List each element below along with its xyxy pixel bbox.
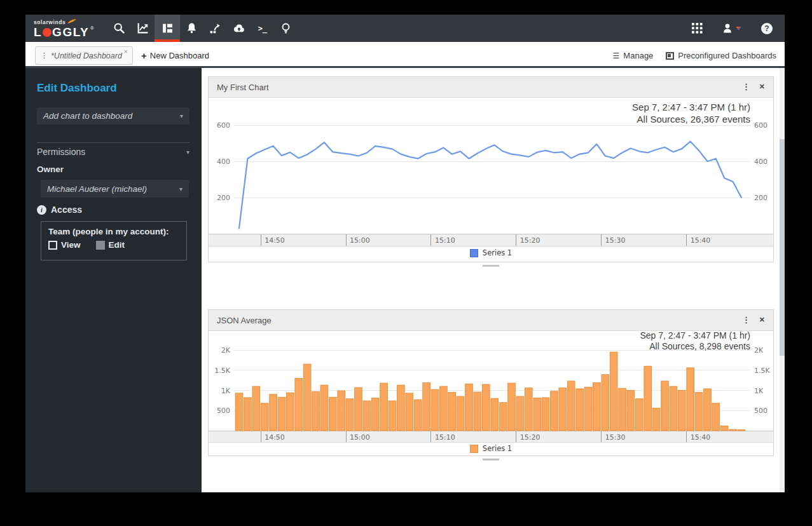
owner-dropdown[interactable]: Michael Auderer (michael) ▾ bbox=[41, 180, 189, 198]
screen: solarwinds L GGLY ® bbox=[0, 0, 812, 526]
resize-handle[interactable] bbox=[483, 265, 499, 267]
add-chart-dropdown-value: Add chart to dashboard bbox=[43, 111, 132, 121]
nav-dashboards[interactable] bbox=[155, 15, 180, 42]
view-checkbox-label: View bbox=[61, 240, 81, 250]
legend-swatch bbox=[470, 445, 478, 453]
svg-text:15:00: 15:00 bbox=[350, 433, 370, 442]
svg-text:200: 200 bbox=[217, 194, 230, 202]
edit-sidebar: Edit Dashboard Add chart to dashboard ▾ … bbox=[25, 68, 202, 492]
owner-label: Owner bbox=[37, 165, 64, 174]
lightbulb-icon bbox=[280, 22, 292, 34]
solarwinds-swoosh-icon bbox=[67, 18, 77, 25]
edit-checkbox-label: Edit bbox=[109, 240, 125, 250]
access-label: Access bbox=[51, 205, 82, 215]
search-icon bbox=[113, 22, 125, 34]
vertical-scrollbar-track[interactable] bbox=[780, 68, 785, 492]
chart-meta: Sep 7, 2:47 - 3:47 PM (1 hr) All Sources… bbox=[640, 330, 750, 352]
nav-apps-grid[interactable] bbox=[685, 15, 709, 42]
manage-label: Manage bbox=[623, 51, 653, 60]
svg-text:1K: 1K bbox=[221, 387, 231, 395]
svg-text:15:40: 15:40 bbox=[691, 433, 711, 442]
kebab-menu-icon[interactable]: ⋮ bbox=[742, 82, 750, 91]
chart-legend[interactable]: Series 1 bbox=[209, 444, 773, 453]
chart-card-json-average: 2K2K1.5K1.5K1K1K50050014:5015:0015:1015:… bbox=[208, 309, 774, 456]
vertical-scrollbar-thumb[interactable] bbox=[780, 139, 785, 356]
svg-text:400: 400 bbox=[217, 158, 230, 166]
plus-icon: + bbox=[141, 50, 147, 61]
loggly-o-icon bbox=[43, 28, 52, 37]
legend-swatch bbox=[470, 249, 478, 257]
close-icon[interactable]: ✕ bbox=[759, 83, 765, 91]
chart-sources: All Sources, 8,298 events bbox=[640, 341, 750, 352]
drag-handle-icon[interactable]: ⋮ bbox=[41, 51, 47, 60]
chevron-down-icon: ▾ bbox=[179, 185, 182, 192]
chart-title: My First Chart bbox=[217, 83, 269, 92]
manage-button[interactable]: ☰ Manage bbox=[613, 51, 654, 60]
resize-handle[interactable] bbox=[483, 459, 499, 461]
svg-text:15:20: 15:20 bbox=[520, 433, 540, 442]
nav-search[interactable] bbox=[107, 15, 131, 42]
chart-sources: All Sources, 26,367 events bbox=[632, 113, 750, 125]
source-setup-icon bbox=[209, 22, 221, 34]
new-dashboard-button[interactable]: + New Dashboard bbox=[141, 46, 209, 65]
svg-text:1.5K: 1.5K bbox=[214, 367, 230, 375]
navbar-right-group: ? bbox=[685, 15, 778, 42]
view-checkbox[interactable] bbox=[48, 241, 57, 250]
chevron-down-icon: ▾ bbox=[186, 149, 189, 156]
terminal-icon: >_ bbox=[258, 24, 267, 33]
tabbar-right-group: ☰ Manage Preconfigured Dashboards bbox=[613, 46, 776, 65]
solarwinds-wordmark: solarwinds bbox=[34, 20, 65, 25]
svg-text:500: 500 bbox=[754, 407, 767, 415]
sidebar-title: Edit Dashboard bbox=[37, 82, 117, 95]
add-chart-dropdown[interactable]: Add chart to dashboard ▾ bbox=[37, 107, 189, 125]
chart-time-range: Sep 7, 2:47 - 3:47 PM (1 hr) bbox=[640, 330, 750, 341]
team-permissions-box: Team (people in my account): View Edit bbox=[41, 221, 187, 260]
svg-text:15:10: 15:10 bbox=[435, 236, 455, 245]
registered-mark: ® bbox=[90, 26, 93, 30]
nav-help[interactable]: ? bbox=[755, 15, 778, 42]
chart-legend[interactable]: Series 1 bbox=[209, 248, 773, 257]
nav-usage[interactable] bbox=[274, 15, 298, 42]
team-label: Team (people in my account): bbox=[48, 227, 179, 236]
preconfigured-label: Preconfigured Dashboards bbox=[678, 51, 776, 60]
svg-text:400: 400 bbox=[754, 158, 767, 166]
tab-label: *Untitled Dashboard bbox=[51, 51, 122, 60]
sidebar-divider bbox=[37, 142, 189, 143]
svg-text:?: ? bbox=[764, 24, 769, 33]
svg-text:1.5K: 1.5K bbox=[754, 367, 770, 375]
info-icon[interactable]: i bbox=[37, 205, 46, 215]
access-row: i Access bbox=[37, 205, 82, 215]
svg-text:14:50: 14:50 bbox=[265, 236, 285, 245]
svg-text:15:40: 15:40 bbox=[691, 236, 711, 245]
svg-text:2K: 2K bbox=[221, 346, 231, 354]
new-dashboard-label: New Dashboard bbox=[150, 51, 209, 60]
tab-close-icon[interactable]: × bbox=[124, 48, 128, 55]
preconfigured-icon bbox=[666, 52, 674, 60]
close-icon[interactable]: ✕ bbox=[759, 316, 765, 324]
dashboard-main-area: 60060040040020020014:5015:0015:1015:2015… bbox=[202, 68, 785, 492]
permissions-section-toggle[interactable]: Permissions ▾ bbox=[37, 147, 189, 157]
edit-checkbox[interactable] bbox=[96, 241, 105, 250]
owner-dropdown-value: Michael Auderer (michael) bbox=[47, 184, 147, 194]
svg-text:15:30: 15:30 bbox=[605, 236, 626, 245]
loggly-logo[interactable]: solarwinds L GGLY ® bbox=[34, 18, 93, 38]
svg-text:15:30: 15:30 bbox=[605, 433, 626, 442]
nav-console[interactable]: >_ bbox=[251, 15, 274, 42]
chart-card-my-first-chart: 60060040040020020014:5015:0015:1015:2015… bbox=[208, 76, 774, 262]
nav-charts[interactable] bbox=[131, 15, 155, 42]
nav-source-setup[interactable] bbox=[203, 15, 227, 42]
navbar-icon-group: >_ bbox=[107, 15, 298, 42]
tab-untitled-dashboard[interactable]: ⋮ *Untitled Dashboard × bbox=[35, 46, 133, 65]
kebab-menu-icon[interactable]: ⋮ bbox=[742, 315, 750, 325]
nav-user-account[interactable] bbox=[718, 15, 746, 42]
dashboard-tabbar: ⋮ *Untitled Dashboard × + New Dashboard … bbox=[25, 42, 785, 66]
loggly-wordmark-suffix: GGLY bbox=[52, 26, 89, 38]
chart-meta: Sep 7, 2:47 - 3:47 PM (1 hr) All Sources… bbox=[632, 101, 750, 125]
preconfigured-dashboards-button[interactable]: Preconfigured Dashboards bbox=[666, 51, 776, 60]
nav-alerts[interactable] bbox=[180, 15, 203, 42]
svg-text:600: 600 bbox=[754, 121, 767, 130]
chart-card-header: My First Chart ⋮ ✕ bbox=[209, 77, 773, 98]
svg-text:15:10: 15:10 bbox=[435, 433, 455, 442]
nav-archive[interactable] bbox=[227, 15, 251, 42]
svg-text:15:20: 15:20 bbox=[520, 236, 540, 245]
